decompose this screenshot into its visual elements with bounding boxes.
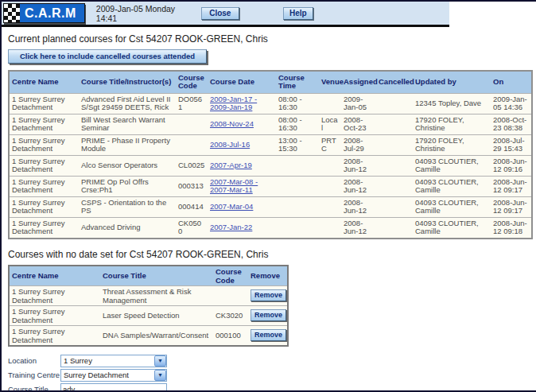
course-title-cell: Advanced Driving [79,217,176,239]
course-title-input[interactable] [60,383,167,392]
course-search-form: Location 1 Surrey ▼ Training Centre Surr… [8,355,530,392]
centre-name-cell: 1 Surrey Surrey Detachment [9,134,79,155]
main-content: Current planned courses for Cst 54207 RO… [2,27,536,392]
course-code-cell: CK0500 [176,217,208,239]
planned-header-row: Centre Name Course Title/Instructor(s) C… [9,71,532,93]
course-time-cell: 08:00 - 16:30 [276,93,319,114]
course-date-cell: 2008-Nov-24 [208,114,276,134]
updated-by-cell: 04093 CLOUTIER, Camille [413,217,491,239]
checkered-flag-icon [4,4,20,22]
course-time-cell: 13:00 - 15:30 [276,134,319,155]
col-course-date: Course Date [208,71,276,93]
course-date-link[interactable]: 2007-Apr-19 [210,161,252,169]
centre-name-cell: 1 Surrey Surrey Detachment [9,305,100,325]
on-cell: 2009-Jan-05 14:36 [491,93,532,114]
help-button[interactable]: Help [283,7,313,20]
updated-by-cell: 17920 FOLEY, Christine [413,114,491,134]
course-date-link[interactable]: 2008-Nov-24 [210,119,254,128]
on-cell: 2008-Oct-23 08:38 [491,114,532,134]
assigned-cell: 2008-Jun-12 [341,217,376,239]
centre-name-cell: 1 Surrey Surrey Detachment [9,93,79,114]
no-date-course-row: 1 Surrey Surrey Detachment Threat Assess… [9,285,288,305]
col-course-title: Course Title/Instructor(s) [79,71,176,93]
centre-name-cell: 1 Surrey Surrey Detachment [9,325,100,346]
carm-logo: C.A.R.M [3,3,85,23]
cancelled-cell [376,176,413,196]
course-time-cell [276,196,319,217]
assigned-cell: 2009-Jan-05 [341,93,376,114]
planned-course-row: 1 Surrey Surrey Detachment CSPS - Orient… [9,196,532,217]
venue-cell [319,217,341,239]
course-title-cell: Alco Sensor Operators [79,155,176,176]
planned-course-row: 1 Surrey Surrey Detachment Alco Sensor O… [9,155,532,176]
venue-cell [319,93,341,114]
date-text: 2009-Jan-05 Monday [96,4,190,14]
location-select[interactable]: 1 Surrey ▼ [60,355,167,367]
cancelled-cell [376,217,413,239]
time-text: 14:41 [96,14,190,23]
course-date-link[interactable]: 2007-Mar-04 [210,202,253,211]
course-code-cell: 000414 [176,196,208,217]
remove-cell: Remove [248,285,288,305]
course-code-cell: CK3020 [213,305,248,325]
location-row: Location 1 Surrey ▼ [8,355,530,367]
on-cell: 2008-Jun-12 09:17 [491,196,532,217]
close-button[interactable]: Close [201,7,239,20]
course-title-cell: Bill West Search Warrant Seminar [79,114,176,134]
remove-cell: Remove [248,305,288,325]
centre-name-cell: 1 Surrey Surrey Detachment [9,285,100,305]
course-date-link[interactable]: 2008-Jul-16 [210,140,250,149]
assigned-cell: 2008-Jun-12 [341,196,376,217]
venue-cell [319,196,341,217]
course-code-cell: CL0025 [176,155,208,176]
on-cell: 2008-Jul-29 15:43 [491,134,532,155]
planned-course-row: 1 Surrey Surrey Detachment PRIME Op Pol … [9,176,532,196]
course-time-cell: 08:00 - 16:30 [276,114,319,134]
course-date-cell: 2009-Jan-17 - 2009-Jan-19 [208,93,276,114]
cancelled-cell [376,114,413,134]
course-title-cell: Laser Speed Detection [100,305,213,325]
remove-button[interactable]: Remove [251,309,286,321]
col-centre-name: Centre Name [9,266,100,286]
course-date-cell: 2007-Apr-19 [208,155,276,176]
course-time-cell [276,155,319,176]
course-time-cell [276,176,319,196]
assigned-cell: 2008-Jul-29 [341,134,376,155]
remove-button[interactable]: Remove [251,289,286,301]
course-code-cell [176,114,208,134]
on-cell: 2008-Jun-12 09:16 [491,155,532,176]
course-date-link[interactable]: 2009-Jan-17 - 2009-Jan-19 [210,95,257,112]
col-updated-by: Updated by [413,71,491,93]
venue-cell [319,155,341,176]
centre-name-cell: 1 Surrey Surrey Detachment [9,155,79,176]
col-venue: Venue [319,71,341,93]
course-code-cell: DO0561 [176,93,208,114]
course-date-link[interactable]: 2007-Mar-08 - 2007-Mar-11 [210,177,258,195]
venue-cell: PRTC [319,134,341,155]
datetime-display: 2009-Jan-05 Monday 14:41 [96,4,190,23]
col-on: On [491,71,532,93]
remove-button[interactable]: Remove [251,329,286,341]
course-date-link[interactable]: 2007-Jan-22 [210,223,252,231]
training-centre-row: Training Centre Surrey Detachment ▼ [8,369,530,382]
course-code-cell [213,285,248,305]
course-code-cell [176,134,208,155]
updated-by-cell: 04093 CLOUTIER, Camille [413,155,491,176]
planned-courses-table: Centre Name Course Title/Instructor(s) C… [8,70,533,239]
col-assigned: Assigned [341,71,376,93]
training-centre-label: Training Centre [8,371,60,379]
assigned-cell: 2008-Jun-12 [341,176,376,196]
venue-cell: Local [319,114,341,134]
include-cancelled-button[interactable]: Click here to include cancelled courses … [8,49,207,64]
no-date-courses-title: Courses with no date set for Cst 54207 R… [8,249,530,260]
updated-by-cell: 04093 CLOUTIER, Camille [413,196,491,217]
location-selected-value: 1 Surrey [64,356,92,365]
col-course-code: Course Code [176,71,208,93]
assigned-cell: 2008-Oct-23 [341,114,376,134]
on-cell: 2008-Jun-12 09:18 [491,217,532,239]
no-date-header-row: Centre Name Course Title Course Code Rem… [9,266,288,286]
no-date-course-row: 1 Surrey Surrey Detachment Laser Speed D… [9,305,288,325]
planned-courses-title: Current planned courses for Cst 54207 RO… [8,33,530,45]
training-centre-select[interactable]: Surrey Detachment ▼ [60,369,167,382]
centre-name-cell: 1 Surrey Surrey Detachment [9,176,79,196]
